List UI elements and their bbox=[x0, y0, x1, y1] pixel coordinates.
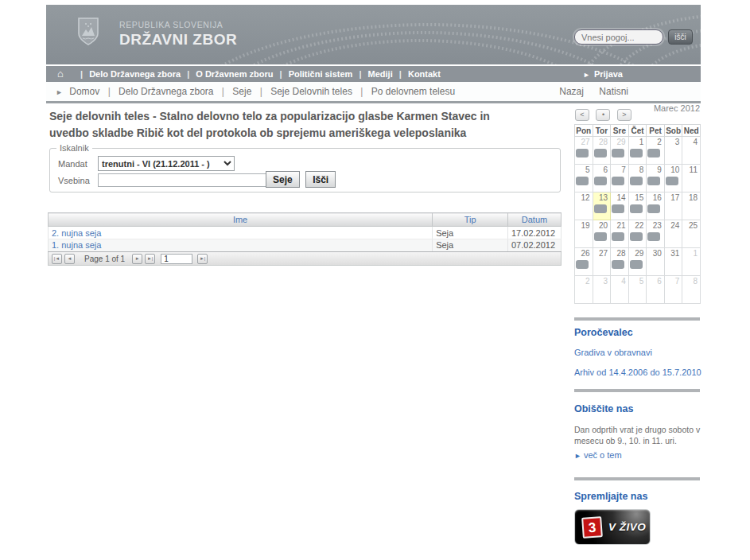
calendar-next-button[interactable]: > bbox=[617, 109, 631, 121]
calendar-day[interactable]: 6 bbox=[593, 165, 611, 192]
header: REPUBLIKA SLOVENIJA DRŽAVNI ZBOR išči bbox=[46, 5, 701, 64]
calendar-day: 7 bbox=[664, 276, 682, 304]
calendar-day: 25 bbox=[682, 220, 701, 248]
login-link[interactable]: ►Prijava bbox=[583, 66, 623, 83]
arrow-icon: ► bbox=[56, 88, 63, 96]
calendar-day[interactable]: 29 bbox=[611, 137, 629, 165]
arrow-icon: ► bbox=[583, 71, 590, 79]
column-header-ime[interactable]: Ime bbox=[49, 213, 433, 227]
calendar-day[interactable]: 5 bbox=[575, 165, 593, 192]
breadcrumb-item-domov[interactable]: Domov bbox=[69, 86, 99, 97]
nav-item-mediji[interactable]: Mediji bbox=[368, 69, 393, 79]
breadcrumb-item-seje-delovnih-teles[interactable]: Seje Delovnih teles bbox=[270, 86, 352, 97]
event-marker[interactable] bbox=[666, 177, 678, 185]
event-marker[interactable] bbox=[647, 204, 660, 213]
seje-button[interactable]: Seje bbox=[266, 171, 300, 188]
header-search-input[interactable] bbox=[574, 29, 663, 45]
event-marker[interactable] bbox=[594, 177, 607, 185]
pagination-bar: |◄ ◄ Page 1 of 1 ► ►| ►| bbox=[48, 252, 562, 266]
session-link[interactable]: 1. nujna seja bbox=[52, 240, 101, 250]
pager-first-button[interactable]: |◄ bbox=[52, 254, 62, 264]
calendar-prev-button[interactable]: < bbox=[575, 109, 589, 121]
main-navbar: ⌂ | Delo Državnega zbora | O Državnem zb… bbox=[46, 66, 701, 82]
calendar-day[interactable]: 15 bbox=[628, 192, 647, 220]
calendar-day[interactable]: 27 bbox=[575, 137, 593, 165]
event-marker[interactable] bbox=[630, 232, 643, 241]
event-marker[interactable] bbox=[576, 260, 589, 269]
vec-o-tem-link[interactable]: ►več o tem bbox=[574, 450, 622, 460]
back-link[interactable]: Nazaj bbox=[559, 86, 584, 97]
nav-item-delo[interactable]: Delo Državnega zbora bbox=[89, 69, 181, 79]
calendar-day[interactable]: 7 bbox=[611, 165, 629, 192]
pager-page-input[interactable] bbox=[161, 254, 192, 264]
nav-item-politicni-sistem[interactable]: Politični sistem bbox=[289, 69, 353, 79]
breadcrumb-separator: | bbox=[222, 86, 224, 97]
calendar-day[interactable]: 9 bbox=[647, 165, 665, 192]
gradiva-link[interactable]: Gradiva v obravnavi bbox=[574, 348, 652, 357]
calendar-day[interactable]: 21 bbox=[611, 220, 629, 248]
calendar-day[interactable]: 23 bbox=[647, 220, 665, 248]
calendar-day[interactable]: 28 bbox=[611, 248, 629, 276]
pager-next-button[interactable]: ► bbox=[132, 254, 142, 264]
event-marker[interactable] bbox=[630, 204, 643, 213]
event-marker[interactable] bbox=[594, 149, 607, 158]
calendar-day[interactable]: 8 bbox=[628, 165, 647, 192]
session-type: Seja bbox=[433, 227, 508, 239]
home-icon[interactable]: ⌂ bbox=[57, 66, 64, 82]
event-marker[interactable] bbox=[630, 149, 643, 158]
breadcrumb-item-seje[interactable]: Seje bbox=[232, 86, 251, 97]
event-marker[interactable] bbox=[594, 204, 607, 213]
pager-prev-button[interactable]: ◄ bbox=[64, 254, 75, 264]
calendar-day[interactable]: 10 bbox=[664, 165, 682, 192]
isci-button[interactable]: Išči bbox=[305, 171, 336, 188]
event-marker[interactable] bbox=[630, 260, 643, 269]
breadcrumb-item-delo[interactable]: Delo Državnega zbora bbox=[119, 86, 213, 97]
pager-last-button[interactable]: ►| bbox=[145, 254, 155, 264]
mandat-select[interactable]: trenutni - VI (21.12.2011 - ) bbox=[98, 156, 235, 171]
event-marker[interactable] bbox=[612, 232, 624, 241]
calendar-day[interactable]: 1 bbox=[628, 137, 647, 165]
republic-label: REPUBLIKA SLOVENIJA bbox=[119, 20, 237, 29]
calendar-day[interactable]: 20 bbox=[593, 220, 611, 248]
event-marker[interactable] bbox=[612, 260, 624, 269]
nav-separator: | bbox=[280, 69, 282, 79]
event-marker[interactable] bbox=[594, 232, 607, 241]
calendar-day[interactable]: 2 bbox=[647, 137, 665, 165]
nav-item-kontakt[interactable]: Kontakt bbox=[408, 69, 441, 79]
event-marker[interactable] bbox=[647, 232, 660, 241]
tv3-live-badge[interactable]: 3 V ŽIVO bbox=[574, 509, 651, 545]
visit-text: Dan odprtih vrat je drugo soboto v mesec… bbox=[574, 424, 700, 446]
nav-item-o-zboru[interactable]: O Državnem zboru bbox=[196, 69, 273, 79]
calendar-day[interactable]: 29 bbox=[628, 248, 647, 276]
pager-go-button[interactable]: ►| bbox=[197, 254, 208, 264]
calendar-day: 11 bbox=[682, 165, 701, 192]
event-marker[interactable] bbox=[647, 149, 660, 158]
print-link[interactable]: Natisni bbox=[599, 86, 628, 97]
arhiv-link[interactable]: Arhiv od 14.4.2006 do 15.7.2010 bbox=[574, 368, 701, 377]
event-marker[interactable] bbox=[576, 149, 589, 158]
event-marker[interactable] bbox=[612, 204, 624, 213]
calendar-day[interactable]: 22 bbox=[628, 220, 647, 248]
calendar-day[interactable]: 26 bbox=[575, 248, 593, 276]
calendar-day[interactable]: 16 bbox=[647, 192, 665, 220]
calendar-day: 17 bbox=[664, 192, 682, 220]
column-header-datum[interactable]: Datum bbox=[508, 213, 562, 227]
fieldset-legend: Iskalnik bbox=[56, 143, 92, 153]
calendar-day-header: Pon bbox=[575, 125, 593, 137]
calendar-day-header: Sre bbox=[611, 125, 629, 137]
session-link[interactable]: 2. nujna seja bbox=[52, 228, 101, 238]
vsebina-input[interactable] bbox=[98, 173, 273, 187]
event-marker[interactable] bbox=[612, 149, 624, 158]
event-marker[interactable] bbox=[630, 177, 643, 185]
event-marker[interactable] bbox=[647, 177, 660, 185]
calendar-today-button[interactable]: • bbox=[596, 109, 610, 121]
breadcrumb-item-po-delovnem-telesu[interactable]: Po delovnem telesu bbox=[371, 86, 455, 97]
event-marker[interactable] bbox=[576, 177, 589, 185]
event-marker[interactable] bbox=[612, 177, 624, 185]
calendar-day[interactable]: 28 bbox=[593, 137, 611, 165]
calendar-day: 5 bbox=[628, 276, 647, 304]
calendar-day[interactable]: 13 bbox=[593, 192, 611, 220]
header-search-button[interactable]: išči bbox=[668, 29, 693, 45]
column-header-tip[interactable]: Tip bbox=[433, 213, 508, 227]
calendar-day[interactable]: 14 bbox=[611, 192, 629, 220]
